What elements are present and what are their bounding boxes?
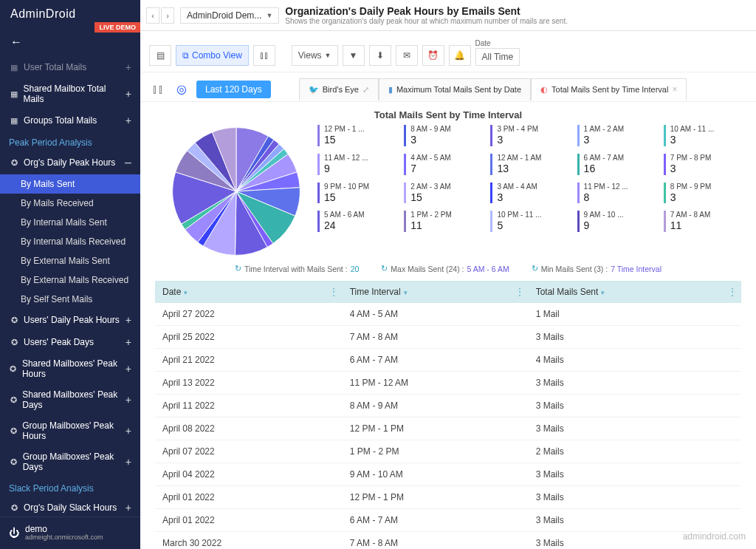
alert-button[interactable]: 🔔	[449, 45, 471, 66]
caret-down-icon: ▼	[266, 12, 272, 19]
nav-forward[interactable]: ›	[161, 7, 174, 24]
nav-back[interactable]: ‹	[146, 7, 159, 24]
page-title: Organization's Daily Peak Hours by Email…	[285, 5, 750, 17]
sidebar-item-truncated[interactable]: ▦User Total Mails+	[0, 56, 140, 78]
pie-chart[interactable]	[170, 125, 303, 258]
live-demo-badge: LIVE DEMO	[94, 22, 140, 33]
download-icon: ⬇	[377, 50, 384, 61]
views-dropdown[interactable]: Views▼	[292, 45, 338, 66]
sidebar-subitem[interactable]: By Mails Sent	[0, 174, 140, 194]
table-row[interactable]: April 21 20226 AM - 7 AM4 Mails	[155, 349, 741, 372]
bar-chart-icon[interactable]: ⫿⫿	[149, 81, 167, 98]
sort-icon[interactable]: ▾	[184, 289, 188, 296]
sidebar-item[interactable]: ✪Group Mailboxes' Peak Hours+	[0, 415, 140, 446]
stat-line: ↻Time Interval with Mails Sent : 20 ↻Max…	[155, 258, 741, 281]
legend-item[interactable]: 3 PM - 4 PM3	[490, 125, 568, 146]
legend-item[interactable]: 10 AM - 11 ...3	[664, 125, 741, 146]
column-menu-icon[interactable]: ⋮	[329, 287, 338, 297]
globe-icon[interactable]: ◎	[173, 81, 190, 98]
sidebar-item[interactable]: ▦Shared Mailbox Total Mails+	[0, 78, 140, 109]
legend-item[interactable]: 11 AM - 12 ...9	[317, 154, 395, 175]
sidebar-footer[interactable]: ⏻ demo admeight.onmicrosoft.com	[0, 516, 140, 549]
filter-icon: ▼	[349, 50, 358, 61]
clock-icon: ↻	[235, 264, 241, 273]
legend-item[interactable]: 9 AM - 10 ...9	[577, 211, 655, 232]
sidebar-item-slack[interactable]: ✪Org's Daily Slack Hours+	[0, 497, 140, 516]
tab[interactable]: 🐦Bird's Eye⤢	[299, 78, 379, 100]
sidebar-category-peak: Peak Period Analysis	[0, 132, 140, 151]
sort-icon[interactable]: ▾	[404, 289, 408, 296]
sort-icon[interactable]: ▾	[601, 289, 605, 296]
range-pill[interactable]: Last 120 Days	[196, 81, 271, 98]
sidebar-subitem[interactable]: By Mails Received	[0, 194, 140, 213]
sidebar-subitem[interactable]: By Internal Mails Received	[0, 232, 140, 251]
download-button[interactable]: ⬇	[369, 45, 391, 66]
column-menu-icon[interactable]: ⋮	[515, 287, 524, 297]
watermark: admindroid.com	[683, 531, 746, 542]
legend-item[interactable]: 7 PM - 8 PM3	[664, 154, 741, 175]
collapse-icon[interactable]: –	[125, 156, 131, 169]
page-subtitle: Shows the organization's daily peak hour…	[285, 17, 750, 25]
sidebar-item[interactable]: ✪Shared Mailboxes' Peak Days+	[0, 384, 140, 415]
table-row[interactable]: April 01 20226 AM - 7 AM3 Mails	[155, 509, 741, 532]
table-header[interactable]: Date▾⋮	[155, 281, 343, 303]
tab[interactable]: ◐Total Mails Sent by Time Interval×	[531, 78, 687, 100]
schedule-button[interactable]: ⏰	[422, 45, 444, 66]
data-table: Date▾⋮Time Interval▾⋮Total Mails Sent▾⋮ …	[155, 281, 741, 549]
sidebar-item[interactable]: ▦Groups Total Mails+	[0, 109, 140, 132]
chart-title: Total Mails Sent by Time Interval	[155, 109, 741, 120]
combo-view-button[interactable]: ⧉Combo View	[176, 45, 249, 66]
close-icon[interactable]: ×	[672, 84, 677, 95]
column-menu-icon[interactable]: ⋮	[728, 287, 737, 297]
breadcrumb-dropdown[interactable]: AdminDroid Dem... ▼	[180, 7, 279, 24]
clock-icon: ⏰	[427, 50, 439, 61]
table-row[interactable]: March 30 20227 AM - 8 AM3 Mails	[155, 532, 741, 550]
legend-item[interactable]: 8 PM - 9 PM3	[664, 183, 741, 204]
chart-view-button[interactable]: ⫿⫿	[253, 45, 275, 66]
legend-item[interactable]: 2 AM - 3 AM15	[404, 183, 481, 204]
sidebar-subitem[interactable]: By Internal Mails Sent	[0, 213, 140, 232]
filter-button[interactable]: ▼	[343, 45, 365, 66]
legend-item[interactable]: 12 PM - 1 ...15	[317, 125, 395, 146]
sidebar-subitem[interactable]: By External Mails Received	[0, 270, 140, 290]
table-row[interactable]: April 08 202212 PM - 1 PM3 Mails	[155, 417, 741, 440]
table-row[interactable]: April 07 20221 PM - 2 PM2 Mails	[155, 440, 741, 463]
legend-item[interactable]: 6 AM - 7 AM16	[577, 154, 655, 175]
topbar: ‹ › AdminDroid Dem... ▼ Organization's D…	[140, 0, 756, 31]
legend-item[interactable]: 12 AM - 1 AM13	[490, 154, 568, 175]
sidebar-item-org-peak[interactable]: ✪Org's Daily Peak Hours –	[0, 151, 140, 174]
pie-svg	[170, 125, 303, 258]
table-row[interactable]: April 11 20228 AM - 9 AM3 Mails	[155, 395, 741, 417]
legend-item[interactable]: 1 PM - 2 PM11	[404, 211, 481, 232]
sidebar-item[interactable]: ✪Shared Mailboxes' Peak Hours+	[0, 353, 140, 384]
tab[interactable]: ▮Maximum Total Mails Sent by Date	[379, 78, 531, 100]
legend-item[interactable]: 9 PM - 10 PM15	[317, 183, 395, 204]
table-row[interactable]: April 27 20224 AM - 5 AM1 Mail	[155, 303, 741, 326]
sidebar-item[interactable]: ✪Users' Daily Peak Hours+	[0, 309, 140, 331]
table-header[interactable]: Total Mails Sent▾⋮	[529, 281, 741, 303]
table-row[interactable]: April 01 202212 PM - 1 PM3 Mails	[155, 486, 741, 509]
pie-icon: ◐	[540, 85, 548, 95]
legend-item[interactable]: 11 PM - 12 ...8	[577, 183, 655, 204]
table-header[interactable]: Time Interval▾⋮	[343, 281, 529, 303]
clock-icon: ↻	[532, 264, 538, 273]
table-row[interactable]: April 25 20227 AM - 8 AM3 Mails	[155, 326, 741, 349]
legend-item[interactable]: 5 AM - 6 AM24	[317, 211, 395, 232]
date-label: Date	[475, 39, 520, 47]
sidebar-item[interactable]: ✪Users' Peak Days+	[0, 331, 140, 353]
legend-item[interactable]: 7 AM - 8 AM11	[664, 211, 741, 232]
sheet-view-button[interactable]: ▤	[149, 45, 171, 66]
sidebar-subitem[interactable]: By Self Sent Mails	[0, 290, 140, 309]
sidebar-subitem[interactable]: By External Mails Sent	[0, 251, 140, 270]
date-range-button[interactable]: All Time	[475, 48, 520, 66]
sidebar-item[interactable]: ✪Group Mailboxes' Peak Days+	[0, 446, 140, 477]
legend-item[interactable]: 10 PM - 11 ...5	[490, 211, 568, 232]
table-row[interactable]: April 04 20229 AM - 10 AM3 Mails	[155, 463, 741, 486]
legend-item[interactable]: 3 AM - 4 AM3	[490, 183, 568, 204]
legend-item[interactable]: 8 AM - 9 AM3	[404, 125, 481, 146]
table-row[interactable]: April 13 202211 PM - 12 AM3 Mails	[155, 372, 741, 395]
legend-item[interactable]: 1 AM - 2 AM3	[577, 125, 655, 146]
expand-icon[interactable]: ⤢	[362, 85, 369, 95]
legend-item[interactable]: 4 AM - 5 AM7	[404, 154, 481, 175]
email-button[interactable]: ✉	[396, 45, 418, 66]
